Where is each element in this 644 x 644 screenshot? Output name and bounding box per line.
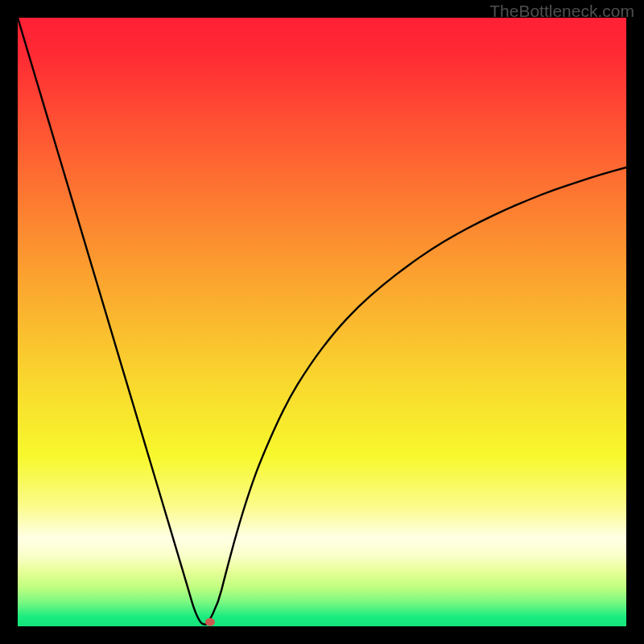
plot-area <box>18 18 626 626</box>
chart-frame: TheBottleneck.com <box>0 0 644 644</box>
minimum-marker <box>205 618 215 626</box>
watermark-text: TheBottleneck.com <box>489 2 634 21</box>
chart-svg <box>18 18 626 626</box>
